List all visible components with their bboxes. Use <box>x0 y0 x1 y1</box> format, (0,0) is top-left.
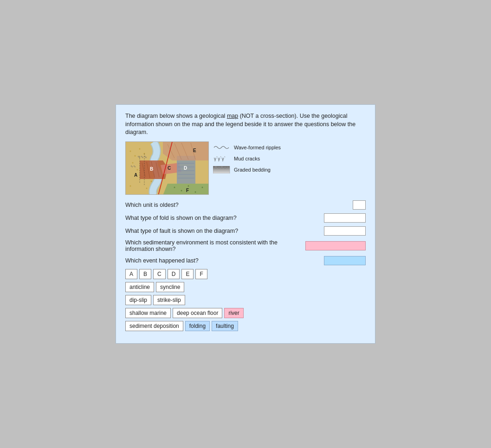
legend: Wave-formed ripples γ`γ`γ` Mud cracks <box>213 141 281 195</box>
buttons-row-environment: shallow marine deep ocean floor river <box>125 308 366 318</box>
instructions: The diagram below shows a geological map… <box>125 112 366 137</box>
question-fold: What type of fold is shown on the diagra… <box>125 213 366 223</box>
svg-text:∿∿∿: ∿∿∿ <box>137 155 147 159</box>
svg-point-10 <box>151 180 152 182</box>
svg-text:∿∿: ∿∿ <box>130 165 136 168</box>
geological-map: ∿∿∿ ∿∿ A B C D E F <box>125 141 209 195</box>
svg-point-2 <box>130 150 131 152</box>
svg-point-4 <box>139 148 141 149</box>
legend-graded-bedding: Graded bedding <box>213 166 281 174</box>
btn-deep-ocean-floor[interactable]: deep ocean floor <box>173 308 222 318</box>
q-sedimentary-label: Which sedimentary environment is most co… <box>125 239 305 252</box>
svg-text:γ`γ`γ`: γ`γ`γ` <box>214 156 226 161</box>
legend-wave-formed-ripples: Wave-formed ripples <box>213 143 281 152</box>
svg-point-50 <box>224 167 226 169</box>
mud-cracks-symbol: γ`γ`γ` <box>213 154 231 163</box>
btn-anticline[interactable]: anticline <box>125 282 154 292</box>
mud-cracks-label: Mud cracks <box>234 156 260 161</box>
wave-formed-ripples-symbol <box>213 143 231 152</box>
q-fold-label: What type of fold is shown on the diagra… <box>125 215 324 221</box>
svg-point-12 <box>146 187 148 189</box>
svg-point-32 <box>202 186 203 188</box>
svg-point-48 <box>218 167 220 169</box>
q-oldest-label: Which unit is oldest? <box>125 202 353 208</box>
svg-point-6 <box>132 162 134 163</box>
btn-B[interactable]: B <box>139 269 151 279</box>
svg-point-31 <box>195 191 196 192</box>
btn-faulting[interactable]: faulting <box>212 321 238 331</box>
diagram-area: ∿∿∿ ∿∿ A B C D E F Wave-formed ripp <box>125 141 366 195</box>
btn-dip-slip[interactable]: dip-slip <box>125 295 151 305</box>
btn-sediment-deposition[interactable]: sediment deposition <box>125 321 183 331</box>
wave-formed-ripples-label: Wave-formed ripples <box>234 145 281 150</box>
btn-F[interactable]: F <box>195 269 207 279</box>
svg-point-49 <box>221 166 223 168</box>
instructions-map-word: map <box>227 113 238 119</box>
questions-section: Which unit is oldest? What type of fold … <box>125 200 366 265</box>
btn-E[interactable]: E <box>181 269 194 279</box>
main-panel: The diagram below shows a geological map… <box>116 104 375 344</box>
q-sedimentary-answer[interactable] <box>305 241 366 250</box>
q-event-label: Which event happened last? <box>125 257 324 264</box>
q-fold-answer[interactable] <box>324 213 366 223</box>
buttons-row-letters: A B C D E F <box>125 269 366 279</box>
svg-text:C: C <box>168 166 171 171</box>
question-sedimentary: Which sedimentary environment is most co… <box>125 239 366 252</box>
svg-point-11 <box>130 185 131 186</box>
svg-point-29 <box>181 190 182 191</box>
question-fault: What type of fault is shown on the diagr… <box>125 226 366 236</box>
svg-text:B: B <box>150 166 153 172</box>
svg-point-51 <box>227 166 229 168</box>
btn-river[interactable]: river <box>224 308 243 318</box>
instructions-text1: The diagram below shows a geological <box>125 113 227 119</box>
btn-shallow-marine[interactable]: shallow marine <box>125 308 171 318</box>
buttons-row-fold: anticline syncline <box>125 282 366 292</box>
svg-point-28 <box>174 186 175 188</box>
geo-map-svg: ∿∿∿ ∿∿ A B C D E F <box>126 142 209 195</box>
btn-syncline[interactable]: syncline <box>156 282 184 292</box>
svg-text:F: F <box>186 188 189 193</box>
q-fault-answer[interactable] <box>324 226 366 236</box>
svg-point-47 <box>215 166 217 168</box>
q-oldest-answer[interactable] <box>353 200 366 210</box>
buttons-row-fault: dip-slip strike-slip <box>125 295 366 305</box>
legend-mud-cracks: γ`γ`γ` Mud cracks <box>213 154 281 163</box>
svg-point-8 <box>137 169 138 170</box>
btn-D[interactable]: D <box>168 269 180 279</box>
btn-C[interactable]: C <box>153 269 166 279</box>
question-oldest: Which unit is oldest? <box>125 200 366 210</box>
btn-strike-slip[interactable]: strike-slip <box>153 295 185 305</box>
svg-point-3 <box>135 155 136 156</box>
q-event-answer[interactable] <box>324 256 366 265</box>
graded-bedding-symbol <box>213 166 231 174</box>
btn-folding[interactable]: folding <box>185 321 210 331</box>
btn-A[interactable]: A <box>125 269 137 279</box>
svg-point-30 <box>188 185 189 186</box>
svg-text:A: A <box>134 173 137 178</box>
svg-text:E: E <box>193 148 196 153</box>
q-fault-label: What type of fault is shown on the diagr… <box>125 228 324 234</box>
svg-text:D: D <box>184 166 187 171</box>
graded-bedding-label: Graded bedding <box>234 167 271 173</box>
question-event: Which event happened last? <box>125 256 366 265</box>
buttons-row-events: sediment deposition folding faulting <box>125 321 366 331</box>
